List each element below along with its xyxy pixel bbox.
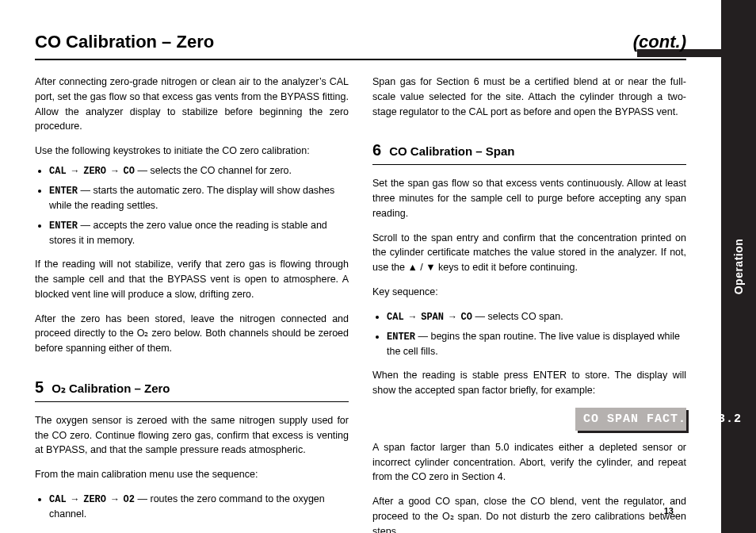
step-item: ENTER — begins the span routine. The liv… <box>387 329 686 359</box>
body-text: After a good CO span, close the CO blend… <box>372 494 686 533</box>
body-text: If the reading will not stabilize, verif… <box>35 257 349 301</box>
page-content: CO Calibration – Zero (cont.) After conn… <box>0 0 721 533</box>
page-title-bar: CO Calibration – Zero (cont.) <box>35 32 686 60</box>
display-readout: CO SPAN FACT. 3.2 <box>575 408 686 431</box>
step-keys: ENTER <box>387 332 415 343</box>
section-number: 6 <box>372 141 381 159</box>
body-text: When the reading is stable press ENTER t… <box>372 368 686 398</box>
body-text: Scroll to the span entry and confirm tha… <box>372 231 686 275</box>
step-tail: — accepts the zero value once the readin… <box>49 220 327 246</box>
step-item: ENTER — accepts the zero value once the … <box>49 218 349 248</box>
body-text: The oxygen sensor is zeroed with the sam… <box>35 413 349 458</box>
body-text: Set the span gas flow so that excess ven… <box>372 176 686 220</box>
body-text: After the zero has been stored, leave th… <box>35 312 349 356</box>
step-item: CAL → ZERO → CO — selects the CO channel… <box>49 163 349 178</box>
body-text: From the main calibration menu use the s… <box>35 467 349 482</box>
step-keys: CAL → SPAN → CO <box>387 312 472 323</box>
step-item: CAL → SPAN → CO — selects CO span. <box>387 309 686 324</box>
step-tail: — selects the CO channel for zero. <box>135 165 292 176</box>
section-title: CO Calibration – Span <box>389 144 514 158</box>
page-number: 13 <box>664 506 674 516</box>
step-tail: — begins the span routine. The live valu… <box>387 331 680 357</box>
step-tail: — selects CO span. <box>472 311 563 322</box>
section-number: 5 <box>35 378 44 396</box>
side-thumb-tab: Operation <box>721 0 756 533</box>
step-keys: CAL → ZERO → O2 <box>49 494 135 505</box>
body-text: Use the following keystrokes to initiate… <box>35 144 349 159</box>
display-readout-block: CO SPAN FACT. 3.2 <box>575 408 686 431</box>
left-column: After connecting zero-grade nitrogen or … <box>35 75 349 533</box>
right-column: Span gas for Section 6 must be a certifi… <box>372 75 686 533</box>
step-keys: ENTER <box>49 186 78 197</box>
step-list: CAL → ZERO → O2 — routes the zero comman… <box>35 492 349 522</box>
step-list: CAL → SPAN → CO — selects CO span. ENTER… <box>372 309 686 359</box>
page-title-left: CO Calibration – Zero <box>35 32 620 52</box>
step-keys: CAL → ZERO → CO <box>49 166 135 177</box>
side-thumb-tab-label: Operation <box>732 239 745 295</box>
body-text: A span factor larger than 5.0 indicates … <box>372 440 686 485</box>
section-heading: 6CO Calibration – Span <box>372 141 686 165</box>
body-text: Span gas for Section 6 must be a certifi… <box>372 75 686 119</box>
body-text: After connecting zero-grade nitrogen or … <box>35 75 349 134</box>
section-title: O₂ Calibration – Zero <box>52 382 170 395</box>
section-heading: 5O₂ Calibration – Zero <box>35 378 349 402</box>
body-text: Key sequence: <box>372 285 686 300</box>
step-keys: ENTER <box>49 220 78 232</box>
page-title-right: (cont.) <box>633 32 686 52</box>
step-list: CAL → ZERO → CO — selects the CO channel… <box>35 163 349 248</box>
step-tail: — starts the automatic zero. The display… <box>49 185 334 211</box>
step-item: ENTER — starts the automatic zero. The d… <box>49 183 349 213</box>
step-item: CAL → ZERO → O2 — routes the zero comman… <box>49 492 349 522</box>
